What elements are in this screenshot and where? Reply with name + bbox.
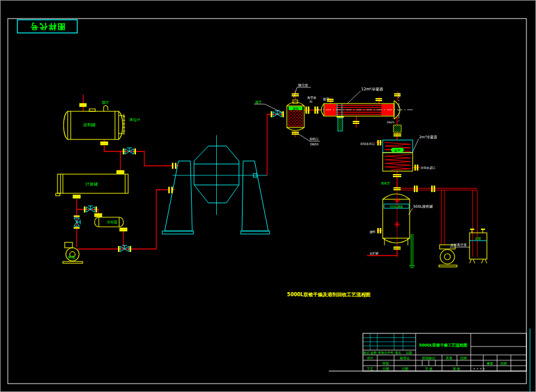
tb-mass: 质量 [446, 356, 453, 360]
filter-bag-band-label: 滤袋 [293, 107, 299, 111]
double-cone-dryer[interactable] [162, 135, 269, 234]
tb-design: 设计 [367, 356, 374, 360]
to-vacuum-label: 接真空 [381, 181, 390, 185]
tb-craft: 工艺 [367, 367, 374, 370]
coil-condenser[interactable]: 盘管 [377, 140, 419, 177]
cad-canvas[interactable]: 图样代号 [0, 0, 536, 392]
measuring-tank-label: 计量罐 [86, 182, 98, 187]
discharge-port-label: 卸料口 [310, 137, 319, 141]
gauge-tag-label: PI [310, 100, 313, 104]
condenser-vent-label: 放空 [323, 97, 329, 101]
vacuum-line-flanges [414, 186, 435, 192]
receiver-500l-label: 500L接收罐 [413, 204, 433, 208]
callouts: 放空 除尘器 真空表 PI 12m²冷凝器 放空 DN25 2m²冷凝器 冷却水… [254, 83, 470, 255]
drain-label: 放料 [370, 230, 375, 234]
titleblock-title: 5000L双锥干燥工艺流程图 [419, 343, 468, 348]
receiver-band-label: 500L接收 [390, 205, 403, 208]
tb-stars: ＊＊＊＊ [473, 367, 486, 371]
vacuum-pump-label: 水环真空泵 [450, 243, 467, 247]
tank-vent-label: 放空 [102, 100, 109, 105]
tb-date3: 日期 [402, 367, 409, 371]
vacuum-pump[interactable] [439, 245, 457, 267]
cooling-water-in-label: 冷却水进口 [420, 166, 435, 170]
receiver-vessel[interactable]: 500L接收 [377, 187, 410, 250]
tb-date: 日期 [406, 351, 412, 355]
coil-band-label: 盘管 [395, 148, 401, 153]
cooling-water-out-label: 冷却水出口 [360, 142, 375, 146]
cooler-label: 冷却器 [107, 220, 117, 224]
to-storage-label: 去贮罐 [370, 251, 378, 255]
water-tank[interactable]: 水箱 [470, 229, 487, 263]
coil-condenser-label: 2m²冷凝器 [419, 135, 437, 139]
vacuum-gauge-label: 真空表 [307, 96, 316, 99]
tb-scale: 比例 [461, 356, 467, 360]
tb-standardize: 标准化 [399, 356, 410, 360]
corner-code-text: 图样代号 [29, 22, 65, 31]
barometric-leg[interactable] [409, 234, 415, 268]
condenser-12m2-label: 12m²冷凝器 [361, 87, 383, 92]
tb-sheet-no: 第 张 [453, 367, 461, 371]
dust-filter-label: 除尘器 [298, 83, 308, 87]
tb-mark: 标记 [363, 351, 370, 355]
bag-filter[interactable]: 滤袋 [287, 93, 304, 135]
filter-vent-label: 放空 [255, 100, 262, 104]
tb-audit: 审核 [383, 361, 390, 365]
process-piping[interactable] [77, 90, 477, 257]
tb-sign: 签名 [395, 351, 401, 355]
water-tank-label: 水箱 [475, 236, 481, 240]
tb-stage-mark: 阶段标记 [422, 356, 436, 360]
shell-tube-condenser[interactable] [322, 93, 401, 124]
tb-date2: 日期 [383, 367, 390, 371]
tb-weight: 重量 [487, 361, 494, 365]
sheet-border [8, 19, 526, 384]
tb-scale2: 比例 [501, 361, 507, 366]
title-block: 5000L双锥干燥工艺流程图 标记 处数 更改文件号 签名 日期 设计 标准化 … [329, 333, 526, 371]
tb-count: 处数 [371, 351, 377, 355]
discharge-dn-label: DN50 [310, 142, 319, 146]
pipe-dn-label: DN25 [387, 121, 395, 124]
tb-fileno: 更改文件号 [378, 351, 393, 354]
tb-sheets-total: 共 张 [425, 367, 433, 371]
corner-code-box[interactable]: 图样代号 [17, 20, 77, 33]
level-gauge-label: 液位计 [129, 117, 140, 121]
feed-pump[interactable] [63, 242, 83, 263]
feed-pump-label: 料泵 [68, 255, 75, 259]
thermometer[interactable] [337, 116, 344, 131]
solvent-tank-label: 溶剂罐 [83, 123, 96, 127]
drawing-caption: 5000L双锥干燥及溶剂回收工艺流程图 [287, 291, 370, 297]
